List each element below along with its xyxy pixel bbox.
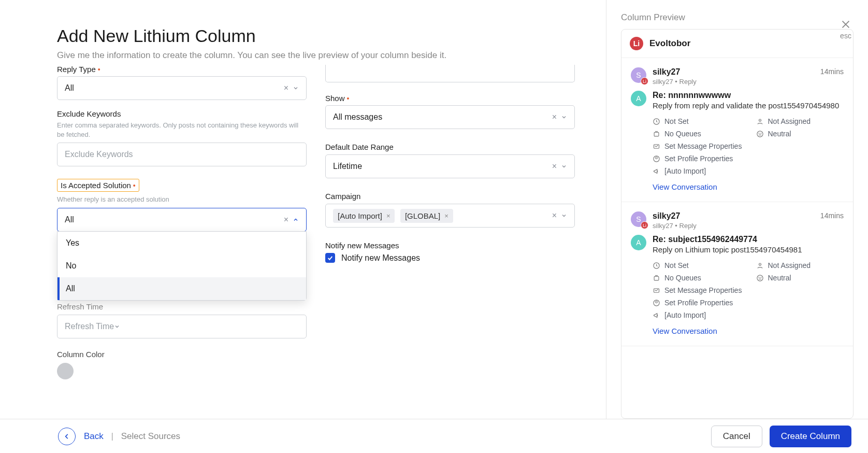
show-value: All messages xyxy=(333,112,552,122)
megaphone-icon xyxy=(653,312,660,319)
message-time: 14mins xyxy=(820,211,844,230)
refresh-time-placeholder: Refresh Time xyxy=(65,322,114,331)
chevron-down-icon xyxy=(293,85,299,91)
show-label: Show xyxy=(325,94,575,103)
tag-remove-icon[interactable]: × xyxy=(444,212,449,220)
modal-footer: Back | Select Sources Cancel Create Colu… xyxy=(0,419,868,453)
meta-profile-props[interactable]: Set Profile Properties xyxy=(653,299,844,307)
date-range-field: Default Date Range Lifetime × xyxy=(325,143,575,178)
breadcrumb-current[interactable]: Back xyxy=(84,431,104,441)
meta-queue: No Queues xyxy=(653,130,741,138)
dropdown-option-no[interactable]: No xyxy=(57,254,306,277)
campaign-field: Campaign [Auto Import]× [GLOBAL]× × xyxy=(325,192,575,228)
exclude-keywords-input[interactable]: Exclude Keywords xyxy=(57,143,307,166)
meta-sentiment: Neutral xyxy=(756,130,844,138)
campaign-tag: [GLOBAL]× xyxy=(400,209,453,223)
notify-checkbox[interactable] xyxy=(325,253,335,263)
chevron-down-icon xyxy=(561,114,567,120)
reply-type-clear-icon[interactable]: × xyxy=(284,83,288,93)
dropdown-option-yes[interactable]: Yes xyxy=(57,232,306,254)
column-color-label: Column Color xyxy=(57,350,307,359)
campaign-label: Campaign xyxy=(325,192,575,201)
sentiment-icon xyxy=(756,130,764,138)
preview-area: esc Column Preview Li Evoltobor SLi silk… xyxy=(606,0,868,419)
message-author-meta: silky27 • Reply xyxy=(653,78,814,86)
accepted-solution-help: Whether reply is an accepted solution xyxy=(57,195,307,204)
reply-type-value: All xyxy=(65,83,284,93)
show-select[interactable]: All messages × xyxy=(325,105,575,129)
properties-icon xyxy=(653,143,660,150)
create-column-button[interactable]: Create Column xyxy=(770,426,851,447)
exclude-keywords-help: Enter comma separated keywords. Only pos… xyxy=(57,121,307,139)
message-time: 14mins xyxy=(820,67,844,86)
date-range-value: Lifetime xyxy=(333,162,552,171)
user-icon xyxy=(756,262,764,270)
preview-message: SLi silky27 silky27 • Reply 14mins A Re:… xyxy=(621,58,853,202)
form-area: Add New Lithium Column Give me the infor… xyxy=(0,0,606,419)
preview-list: SLi silky27 silky27 • Reply 14mins A Re:… xyxy=(621,58,853,418)
queue-icon xyxy=(653,130,660,138)
campaign-clear-icon[interactable]: × xyxy=(552,211,557,220)
reply-type-select[interactable]: All × xyxy=(57,76,307,100)
meta-sla: Not Set xyxy=(653,261,741,270)
accepted-solution-clear-icon[interactable]: × xyxy=(284,215,288,224)
close-icon xyxy=(840,19,851,30)
message-author-meta: silky27 • Reply xyxy=(653,222,814,230)
message-subject: Re: nnnnnnwwwww xyxy=(653,91,839,100)
date-range-select[interactable]: Lifetime × xyxy=(325,154,575,178)
refresh-time-select[interactable]: Refresh Time xyxy=(57,315,307,338)
meta-msg-props[interactable]: Set Message Properties xyxy=(653,142,844,150)
chevron-down-icon xyxy=(114,323,120,330)
preview-header: Li Evoltobor xyxy=(621,30,853,58)
message-subject: Re: subject1554962449774 xyxy=(653,235,802,244)
svg-point-3 xyxy=(759,119,761,121)
avatar: SLi xyxy=(631,211,646,227)
meta-sla: Not Set xyxy=(653,117,741,125)
date-range-clear-icon[interactable]: × xyxy=(552,162,557,171)
top-partial-select[interactable] xyxy=(325,65,575,82)
campaign-select[interactable]: [Auto Import]× [GLOBAL]× × xyxy=(325,204,575,228)
show-field: Show All messages × xyxy=(325,94,575,129)
view-conversation-link[interactable]: View Conversation xyxy=(653,327,844,335)
meta-assigned: Not Assigned xyxy=(756,117,844,125)
breadcrumb-past: Select Sources xyxy=(121,431,180,441)
exclude-keywords-label: Exclude Keywords xyxy=(57,109,307,118)
cancel-button[interactable]: Cancel xyxy=(711,426,762,447)
meta-queue: No Queues xyxy=(653,274,741,282)
svg-point-13 xyxy=(759,263,761,265)
profile-icon xyxy=(653,299,660,307)
refresh-time-field: Refresh Time Refresh Time xyxy=(57,302,307,338)
column-color-field: Column Color xyxy=(57,350,307,379)
campaign-tag: [Auto Import]× xyxy=(333,209,395,223)
svg-point-5 xyxy=(757,131,762,136)
meta-profile-props[interactable]: Set Profile Properties xyxy=(653,154,844,163)
svg-point-7 xyxy=(759,133,759,133)
show-clear-icon[interactable]: × xyxy=(552,112,557,122)
lithium-icon: Li xyxy=(630,37,643,50)
preview-message: SLi silky27 silky27 • Reply 14mins A Re:… xyxy=(621,202,853,346)
svg-point-18 xyxy=(761,277,761,277)
svg-point-10 xyxy=(656,157,658,159)
page-title: Add New Lithium Column xyxy=(57,26,575,46)
meta-msg-props[interactable]: Set Message Properties xyxy=(653,286,844,294)
clock-icon xyxy=(653,118,660,125)
profile-icon xyxy=(653,155,660,163)
tag-remove-icon[interactable]: × xyxy=(386,212,390,220)
close-button[interactable]: esc xyxy=(840,19,851,40)
message-author: silky27 xyxy=(653,67,814,77)
close-label: esc xyxy=(840,32,851,40)
view-conversation-link[interactable]: View Conversation xyxy=(653,182,844,191)
column-color-swatch[interactable] xyxy=(57,363,74,379)
dropdown-option-all[interactable]: All xyxy=(57,277,306,300)
svg-point-15 xyxy=(757,275,762,280)
message-body: Reply from reply and validate the post15… xyxy=(653,101,839,110)
preview-source-name: Evoltobor xyxy=(649,38,690,49)
avatar: A xyxy=(631,91,646,106)
accepted-solution-select[interactable]: All × xyxy=(57,208,307,232)
exclude-keywords-placeholder: Exclude Keywords xyxy=(65,150,133,159)
back-button[interactable] xyxy=(58,428,76,445)
meta-campaign: [Auto Import] xyxy=(653,311,844,319)
reply-type-label: Reply Type xyxy=(57,65,307,74)
notify-field: Notify new Messages Notify new Messages xyxy=(325,241,575,263)
accepted-solution-label: Is Accepted Solution xyxy=(61,181,136,190)
